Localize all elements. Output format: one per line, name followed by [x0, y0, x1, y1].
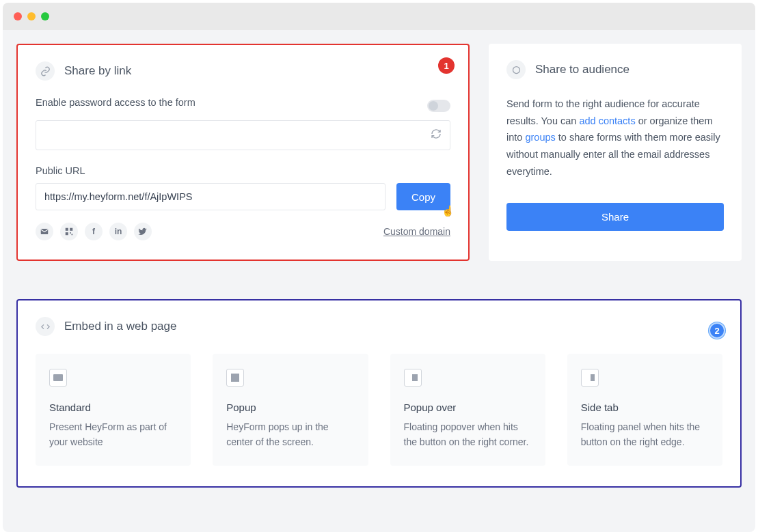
copy-button[interactable]: Copy ☝️ — [396, 183, 450, 210]
add-contacts-link[interactable]: add contacts — [579, 115, 635, 126]
svg-rect-2 — [70, 228, 72, 231]
embed-card-desc: Floating popover when hits the button on… — [404, 420, 532, 449]
svg-rect-5 — [72, 234, 73, 236]
twitter-icon[interactable] — [134, 223, 152, 240]
pointer-cursor-icon: ☝️ — [442, 205, 455, 217]
groups-link[interactable]: groups — [525, 132, 555, 143]
embed-card-title: Standard — [49, 402, 177, 413]
audience-icon — [506, 60, 526, 79]
embed-panel: 2 Embed in a web page Standard Present H… — [16, 299, 742, 488]
audience-title: Share to audience — [535, 63, 630, 76]
password-input[interactable] — [36, 120, 450, 150]
side-tab-icon — [581, 369, 599, 387]
refresh-icon[interactable] — [431, 128, 442, 142]
password-label: Enable password access to the form — [36, 97, 195, 108]
public-url-input[interactable] — [36, 183, 385, 210]
qr-icon[interactable] — [60, 223, 78, 240]
embed-title: Embed in a web page — [64, 320, 176, 333]
embed-card-desc: Present HeyForm as part of your website — [49, 420, 177, 449]
public-url-label: Public URL — [36, 165, 450, 176]
link-icon — [36, 61, 55, 81]
embed-card-popup-over[interactable]: Popup over Floating popover when hits th… — [390, 354, 545, 466]
workspace: 1 Share by link Enable password access t… — [3, 30, 755, 532]
standard-icon — [49, 369, 67, 387]
svg-point-6 — [513, 66, 519, 73]
embed-card-standard[interactable]: Standard Present HeyForm as part of your… — [36, 354, 191, 466]
custom-domain-link[interactable]: Custom domain — [383, 226, 450, 237]
share-title: Share by link — [64, 64, 131, 78]
audience-description: Send form to the right audience for accu… — [506, 96, 724, 180]
embed-card-title: Popup over — [404, 402, 532, 413]
window-titlebar — [3, 3, 755, 30]
svg-rect-3 — [66, 232, 68, 235]
linkedin-icon[interactable]: in — [109, 223, 127, 240]
traffic-light-minimize[interactable] — [27, 12, 36, 20]
traffic-light-close[interactable] — [14, 12, 22, 20]
share-by-link-panel: 1 Share by link Enable password access t… — [16, 44, 470, 261]
popup-over-icon — [404, 369, 422, 387]
facebook-icon[interactable]: f — [85, 223, 103, 240]
embed-card-desc: HeyForm pops up in the center of the scr… — [226, 420, 354, 449]
password-toggle[interactable] — [427, 100, 450, 112]
embed-card-title: Popup — [226, 402, 354, 413]
embed-card-popup[interactable]: Popup HeyForm pops up in the center of t… — [213, 354, 368, 466]
embed-card-side-tab[interactable]: Side tab Floating panel when hits the bu… — [567, 354, 722, 466]
svg-rect-4 — [70, 232, 71, 234]
email-icon[interactable] — [36, 223, 53, 240]
annotation-badge-2: 2 — [709, 322, 725, 339]
popup-icon — [226, 369, 244, 387]
share-to-audience-panel: Share to audience Send form to the right… — [489, 44, 742, 261]
embed-card-desc: Floating panel when hits the button on t… — [581, 420, 709, 449]
annotation-badge-1: 1 — [438, 57, 455, 74]
traffic-light-zoom[interactable] — [41, 12, 49, 20]
share-button[interactable]: Share — [506, 203, 724, 231]
embed-card-title: Side tab — [581, 402, 709, 413]
copy-button-label: Copy — [411, 191, 435, 203]
code-icon — [36, 317, 55, 336]
svg-rect-1 — [66, 228, 68, 231]
